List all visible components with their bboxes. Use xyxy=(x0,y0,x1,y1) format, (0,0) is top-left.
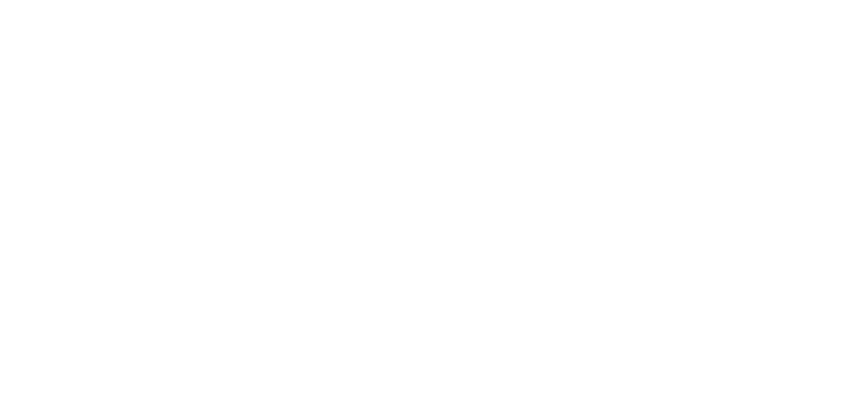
chart-container xyxy=(0,0,868,418)
treemap xyxy=(8,21,860,414)
